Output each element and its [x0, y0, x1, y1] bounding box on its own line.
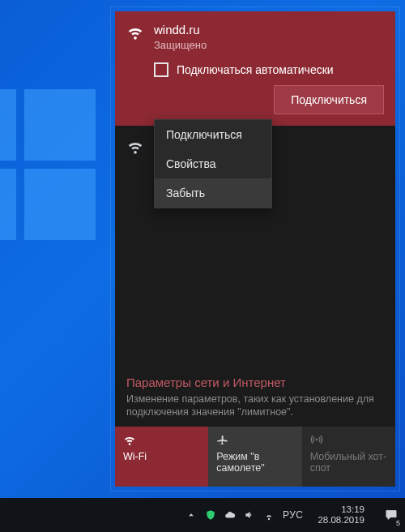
- tray-language[interactable]: РУС: [283, 509, 304, 521]
- tray-chevron-up-icon[interactable]: [185, 509, 197, 521]
- tile-airplane[interactable]: Режим "в самолете": [208, 427, 301, 487]
- quick-tiles: Wi-Fi Режим "в самолете" Мобильный хот-с…: [115, 427, 395, 487]
- tray-date: 28.08.2019: [318, 515, 364, 526]
- network-settings-description: Изменение параметров, таких как установл…: [126, 393, 384, 418]
- system-tray: РУС 13:19 28.08.2019 5: [185, 498, 405, 532]
- desktop: windd.ru Защищено Подключаться автоматич…: [0, 0, 405, 532]
- hotspot-icon: [310, 433, 387, 446]
- tile-hotspot-label: Мобильный хот-спот: [310, 451, 387, 474]
- action-center-icon[interactable]: 5: [379, 498, 403, 532]
- tile-airplane-label: Режим "в самолете": [216, 451, 293, 474]
- auto-connect-checkbox[interactable]: [154, 62, 168, 77]
- tile-hotspot[interactable]: Мобильный хот-спот: [302, 427, 395, 487]
- tray-network-icon[interactable]: [263, 509, 275, 521]
- windows-logo-partial: [0, 89, 96, 240]
- network-settings-title: Параметры сети и Интернет: [126, 375, 384, 389]
- context-menu-connect[interactable]: Подключиться: [155, 120, 271, 149]
- tile-wifi[interactable]: Wi-Fi: [115, 427, 208, 487]
- taskbar: РУС 13:19 28.08.2019 5: [0, 498, 405, 532]
- network-status: Защищено: [154, 39, 207, 51]
- tray-cloud-icon[interactable]: [224, 509, 236, 521]
- auto-connect-row[interactable]: Подключаться автоматически: [154, 62, 384, 77]
- network-name: windd.ru: [154, 23, 207, 37]
- tray-clock[interactable]: 13:19 28.08.2019: [311, 504, 371, 526]
- action-center-count: 5: [396, 519, 400, 527]
- auto-connect-label: Подключаться автоматически: [177, 63, 334, 76]
- network-item-selected[interactable]: windd.ru Защищено Подключаться автоматич…: [115, 11, 395, 126]
- network-settings-link[interactable]: Параметры сети и Интернет Изменение пара…: [115, 366, 395, 427]
- airplane-icon: [216, 433, 293, 446]
- context-menu-properties[interactable]: Свойства: [155, 149, 271, 178]
- wifi-icon: [126, 137, 144, 155]
- tile-wifi-label: Wi-Fi: [123, 451, 200, 462]
- tray-volume-icon[interactable]: [244, 509, 255, 521]
- context-menu-forget[interactable]: Забыть: [155, 178, 271, 208]
- tray-time: 13:19: [318, 504, 364, 515]
- wifi-icon: [126, 23, 144, 41]
- connect-button[interactable]: Подключиться: [274, 85, 384, 114]
- network-flyout: windd.ru Защищено Подключаться автоматич…: [115, 11, 395, 487]
- network-item-second[interactable]: UКр Зац Подключиться Свойства Забыть: [115, 126, 395, 165]
- wifi-icon: [123, 433, 200, 446]
- tray-shield-icon[interactable]: [205, 509, 216, 521]
- network-context-menu: Подключиться Свойства Забыть: [154, 119, 272, 208]
